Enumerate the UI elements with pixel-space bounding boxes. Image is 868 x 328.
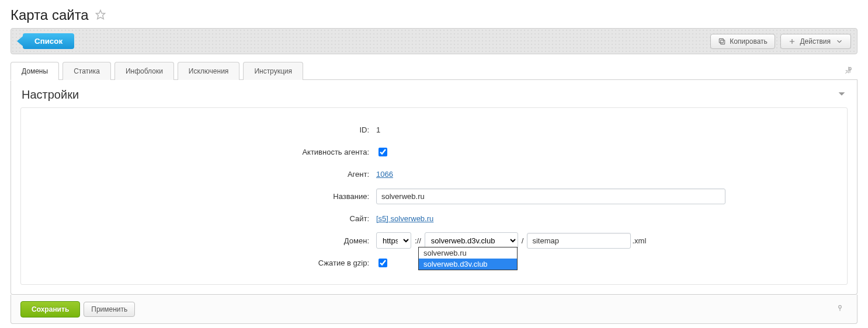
list-button[interactable]: Список [23, 33, 74, 49]
svg-rect-1 [721, 40, 725, 44]
chevron-down-icon [835, 37, 843, 46]
copy-button[interactable]: Копировать [710, 34, 775, 49]
name-input[interactable] [376, 189, 725, 204]
id-value: 1 [371, 125, 847, 134]
save-button[interactable]: Сохранить [20, 301, 80, 317]
copy-button-label: Копировать [730, 37, 768, 46]
footer-actions: Сохранить Применить [11, 295, 857, 324]
svg-point-5 [839, 305, 842, 308]
agent-link[interactable]: 1066 [376, 170, 393, 179]
tab-instruction[interactable]: Инструкция [243, 62, 303, 80]
star-icon[interactable] [95, 9, 106, 22]
protocol-select[interactable]: https [376, 232, 411, 249]
path-separator: / [522, 236, 524, 245]
tab-exclusions[interactable]: Исключения [178, 62, 240, 80]
svg-marker-0 [96, 10, 105, 19]
domain-label: Домен: [21, 236, 371, 245]
domain-dropdown-open: solverweb.ru solverweb.d3v.club [418, 247, 518, 270]
copy-icon [718, 37, 726, 46]
apply-button[interactable]: Применить [84, 302, 135, 317]
id-label: ID: [21, 125, 371, 134]
domain-option[interactable]: solverweb.d3v.club [419, 259, 517, 270]
site-link[interactable]: [s5] solverweb.ru [376, 214, 433, 223]
svg-point-3 [849, 67, 852, 70]
agent-active-checkbox[interactable] [379, 148, 387, 156]
tabs: Домены Статика Инфоблоки Исключения Инст… [11, 61, 857, 80]
page-title: Карта сайта [11, 7, 89, 23]
toolbar: Список Копировать Действия [11, 28, 857, 54]
plus-icon [788, 37, 796, 46]
protocol-separator: :// [415, 236, 421, 245]
path-input[interactable] [527, 233, 631, 249]
domain-select[interactable]: solverweb.d3v.club [425, 232, 518, 249]
agent-active-label: Активность агента: [21, 148, 371, 156]
content-panel: Настройки ID: 1 Активность агента: Агент… [11, 80, 857, 295]
actions-button[interactable]: Действия [780, 34, 851, 49]
name-label: Название: [21, 192, 371, 201]
actions-button-label: Действия [800, 37, 831, 46]
gzip-checkbox[interactable] [379, 259, 387, 267]
site-label: Сайт: [21, 214, 371, 223]
collapse-icon[interactable] [837, 89, 846, 100]
tab-domains[interactable]: Домены [11, 62, 59, 80]
gzip-label: Сжатие в gzip: [21, 259, 371, 267]
pin-icon[interactable] [840, 62, 857, 79]
pin-icon[interactable] [832, 301, 848, 317]
section-title: Настройки [22, 88, 79, 102]
agent-label: Агент: [21, 170, 371, 179]
domain-option[interactable]: solverweb.ru [419, 247, 517, 259]
svg-rect-2 [720, 39, 724, 43]
path-suffix: .xml [632, 236, 646, 245]
settings-form: ID: 1 Активность агента: Агент: 1066 Наз… [20, 107, 848, 285]
tab-infoblocks[interactable]: Инфоблоки [114, 62, 174, 80]
tab-static[interactable]: Статика [63, 62, 111, 80]
